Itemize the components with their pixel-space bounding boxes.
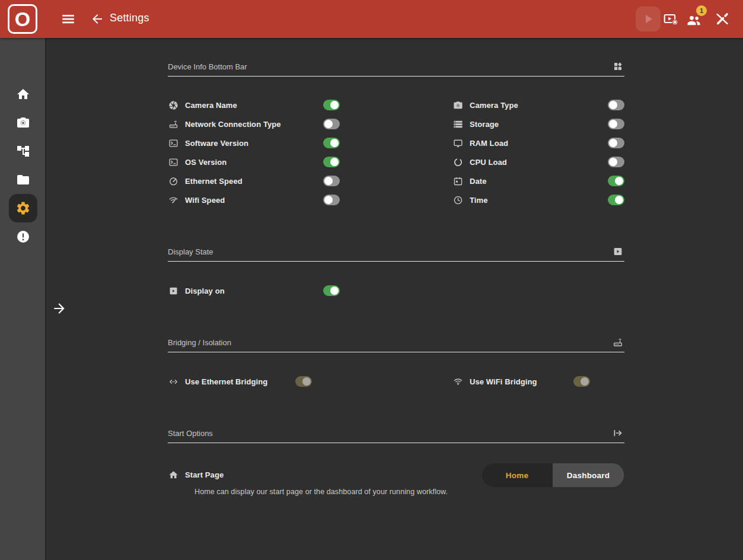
photo-camera-icon [16,116,30,130]
top-app-bar: O Settings 1 [0,0,743,38]
toggle-switch-network-connection-type[interactable] [323,119,340,129]
home-icon [168,470,178,480]
toggle-row-label: Date [470,177,487,186]
toggle-row: Display on [168,281,340,300]
toggle-switch-camera-type[interactable] [608,100,624,110]
start-page-label: Start Page [185,470,224,479]
app-logo-letter: O [15,8,30,31]
sidebar-item-folder[interactable] [9,166,37,194]
gauge-icon [168,176,178,186]
toggle-switch-display-on[interactable] [323,285,340,296]
toggle-row: Storage [453,114,624,133]
section-bridging-header: Bridging / Isolation [168,337,624,352]
toggle-row: RAM Load [453,133,624,152]
storage-icon [453,119,463,129]
toggle-switch-cpu-load[interactable] [608,157,624,167]
back-icon[interactable] [90,12,104,26]
toggle-switch-camera-name[interactable] [323,100,340,110]
sidebar-item-account-tree[interactable] [9,137,37,166]
settings-ethernet-icon [168,377,178,387]
section-title: Display State [168,247,213,256]
toggle-row-label: RAM Load [470,139,508,148]
toggle-row-label: Software Version [185,139,248,148]
sidebar-item-photo-camera[interactable] [9,109,37,137]
toggle-row-label: Camera Type [470,101,518,110]
app-logo: O [8,4,37,34]
router-icon [613,337,623,348]
toggle-row: Camera Type [453,96,624,114]
toggle-switch-os-version[interactable] [323,157,340,167]
slideshow-icon [168,286,178,296]
calendar-icon [453,176,463,186]
toggle-row: Ethernet Speed [168,171,340,190]
router-icon [168,119,178,129]
toggle-row: CPU Load [453,152,624,171]
segment-dashboard[interactable]: Dashboard [553,463,624,487]
section-title: Start Options [168,429,213,438]
menu-icon[interactable] [60,11,76,27]
sidebar-item-settings[interactable] [9,194,37,222]
edit-off-icon[interactable] [715,11,730,27]
toggle-row-label: OS Version [185,158,227,167]
toggle-row: Wifi Speed [168,190,340,209]
toggle-switch-use-ethernet-bridging [295,376,312,387]
loop-icon [453,157,463,167]
toggle-switch-ram-load[interactable] [608,138,624,148]
toggle-row-label: Use WiFi Bridging [470,377,537,386]
wifi-speed-icon [168,195,178,205]
video-settings-icon[interactable] [663,11,678,27]
toggle-row: Camera Name [168,96,340,114]
settings-icon [15,201,31,216]
toggle-switch-ethernet-speed[interactable] [323,176,340,186]
sidebar [0,38,46,560]
toggle-row-label: Wifi Speed [185,196,225,205]
section-display-state-header: Display State [168,246,624,262]
toggle-switch-wifi-speed[interactable] [323,195,340,205]
section-title: Device Info Bottom Bar [168,62,247,71]
error-icon [16,230,30,244]
monitor-icon [453,138,463,148]
account-tree-icon [16,144,30,158]
toggle-row: Software Version [168,133,340,152]
start-page-row: Start Page [168,465,346,484]
toggle-row-label: CPU Load [470,158,507,167]
toggle-row-label: Network Connection Type [185,120,281,129]
toggle-row: Use WiFi Bridging [453,372,590,391]
start-icon [613,428,623,438]
segment-home[interactable]: Home [481,463,553,487]
toggle-switch-date[interactable] [608,176,624,186]
toggle-switch-storage[interactable] [608,119,624,129]
camera-shutter-icon [168,100,178,110]
sidebar-item-error[interactable] [9,222,37,251]
slideshow-icon [613,246,623,257]
toggle-row-label: Time [470,196,488,205]
toggle-row: Network Connection Type [168,114,340,133]
toggle-row: Use Ethernet Bridging [168,372,312,391]
clock-icon [453,195,463,205]
toggle-row: OS Version [168,152,340,171]
expand-drawer-arrow-icon[interactable] [52,301,67,316]
toggle-row-label: Use Ethernet Bridging [185,377,267,386]
section-start-options-header: Start Options [168,428,624,443]
toggle-row: Date [453,171,624,190]
start-page-segmented-control: Home Dashboard [481,463,624,487]
section-device-info-header: Device Info Bottom Bar [168,61,624,77]
toggle-row: Time [453,190,624,209]
toggle-row-label: Display on [185,287,225,295]
play-icon [641,12,655,26]
toggle-switch-time[interactable] [608,195,624,205]
folder-icon [16,173,30,187]
toggle-switch-software-version[interactable] [323,138,340,148]
notification-badge: 1 [696,5,707,16]
toggle-switch-use-wifi-bridging [573,376,590,387]
sidebar-item-home[interactable] [9,80,37,109]
toggle-row-label: Storage [470,120,499,129]
terminal-icon [168,138,178,148]
home-icon [16,87,30,101]
terminal-icon [168,157,178,167]
play-button [636,7,661,31]
toggle-row-label: Camera Name [185,101,237,110]
page-title: Settings [110,12,149,24]
photo-camera-icon [453,100,463,110]
wifi-icon [453,377,463,387]
